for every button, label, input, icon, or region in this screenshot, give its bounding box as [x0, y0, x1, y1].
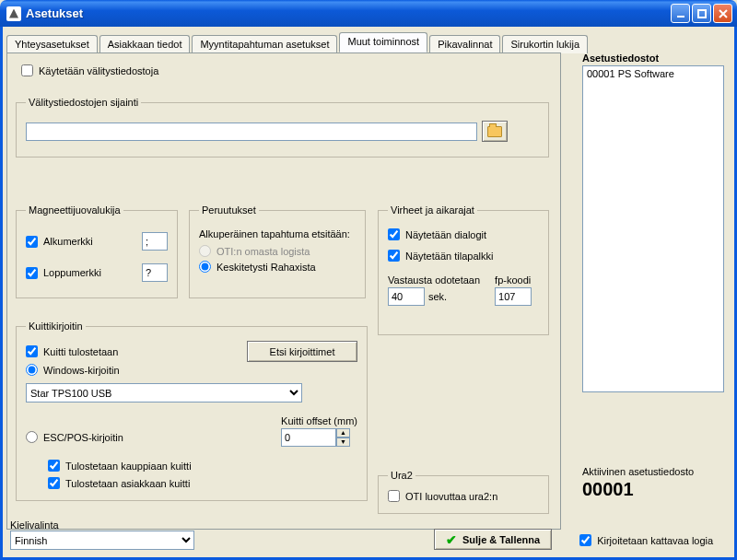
settings-files-list[interactable]: 00001 PS Software: [582, 65, 724, 392]
merchant-copy-checkbox[interactable]: Tulostetaan kauppiaan kuitti: [48, 460, 192, 472]
ura2-checkbox[interactable]: OTI luovuttaa ura2:n: [388, 490, 497, 502]
write-log-checkbox[interactable]: Kirjoitetaan kattavaa logia: [579, 534, 713, 546]
temp-files-legend: Välitystiedostojen sijainti: [26, 97, 141, 108]
end-char-label: Loppumerkki: [43, 267, 101, 278]
wait-unit: sek.: [428, 291, 447, 302]
cancellations-legend: Peruutukset: [199, 204, 259, 216]
minimize-button[interactable]: [671, 4, 690, 23]
language-select[interactable]: Finnish: [10, 531, 194, 550]
svg-rect-0: [677, 16, 684, 18]
use-temp-files-label: Käytetään välitystiedostoja: [39, 65, 158, 76]
mag-reader-group: Magneettijuovalukija Alkumerkki Loppumer…: [16, 204, 178, 298]
errors-group: Virheet ja aikarajat Näytetään dialogit …: [378, 204, 549, 335]
temp-files-path-input[interactable]: [26, 122, 477, 141]
bottom-bar: Kielivalinta Finnish ✔ Sulje & Tallenna …: [10, 519, 725, 550]
svg-rect-1: [698, 10, 706, 18]
ura2-legend: Ura2: [388, 470, 415, 481]
cancellations-intro: Alkuperäinen tapahtuma etsitään:: [199, 228, 356, 239]
show-dialogs-label: Näytetään dialogit: [405, 229, 486, 240]
tab-pikavalinnat[interactable]: Pikavalinnat: [429, 35, 500, 53]
ura2-label: OTI luovuttaa ura2:n: [405, 491, 497, 502]
show-statusbars-label: Näytetään tilapalkki: [405, 251, 493, 262]
customer-copy-checkbox[interactable]: Tulostetaan asiakkaan kuitti: [48, 477, 190, 489]
start-char-input[interactable]: [142, 232, 168, 251]
close-button[interactable]: [713, 4, 732, 23]
receipt-group: Kuittikirjoitin Kuitti tulostetaan Etsi …: [16, 321, 368, 501]
fp-input[interactable]: [495, 287, 532, 306]
print-receipt-label: Kuitti tulostetaan: [43, 346, 118, 357]
ura2-group: Ura2 OTI luovuttaa ura2:n: [378, 470, 549, 514]
offset-up[interactable]: ▲: [336, 428, 350, 438]
wait-input[interactable]: [388, 287, 425, 306]
start-char-label: Alkumerkki: [43, 236, 93, 247]
settings-files-heading: Asetustiedostot: [582, 52, 724, 64]
tab-bar: Yhteysasetukset Asiakkaan tiedot Myyntit…: [6, 32, 731, 52]
cancel-opt-rahaxi-label: Keskitetysti Rahaxista: [216, 262, 316, 273]
window-title: Asetukset: [26, 6, 83, 20]
cancel-opt-oti: OTI:n omasta logista: [199, 245, 356, 257]
tab-panel: Käytetään välitystiedostoja Välitystiedo…: [6, 52, 561, 530]
wait-label: Vastausta odotetaan: [388, 274, 480, 286]
tab-asiakkaan-tiedot[interactable]: Asiakkaan tiedot: [99, 35, 191, 53]
app-icon: [6, 6, 21, 21]
show-statusbars-checkbox[interactable]: Näytetään tilapalkki: [388, 250, 493, 262]
show-dialogs-checkbox[interactable]: Näytetään dialogit: [388, 228, 486, 240]
cancel-opt-oti-label: OTI:n omasta logista: [216, 246, 310, 257]
offset-down[interactable]: ▼: [336, 438, 350, 447]
tab-muut-toiminnot[interactable]: Muut toiminnost: [339, 32, 427, 52]
start-char-checkbox[interactable]: Alkumerkki: [26, 236, 93, 248]
print-receipt-checkbox[interactable]: Kuitti tulostetaan: [26, 345, 118, 357]
tab-sirukortin-lukija[interactable]: Sirukortin lukija: [502, 35, 588, 53]
titlebar: Asetukset: [0, 0, 737, 27]
printer-opt-windows-label: Windows-kirjoitin: [43, 365, 120, 376]
cancel-opt-rahaxi[interactable]: Keskitetysti Rahaxista: [199, 261, 356, 273]
fp-label: fp-koodi: [495, 274, 532, 286]
merchant-copy-label: Tulostetaan kauppiaan kuitti: [65, 461, 192, 472]
offset-input[interactable]: [281, 428, 336, 447]
save-close-button[interactable]: ✔ Sulje & Tallenna: [434, 529, 552, 550]
tab-yhteysasetukset[interactable]: Yhteysasetukset: [6, 35, 98, 53]
check-icon: ✔: [446, 532, 457, 547]
end-char-checkbox[interactable]: Loppumerkki: [26, 267, 101, 279]
receipt-legend: Kuittikirjoitin: [26, 321, 86, 332]
cancellations-group: Peruutukset Alkuperäinen tapahtuma etsit…: [189, 204, 366, 298]
offset-spinner[interactable]: ▲ ▼: [281, 428, 350, 447]
printer-opt-windows[interactable]: Windows-kirjoitin: [26, 364, 357, 376]
customer-copy-label: Tulostetaan asiakkaan kuitti: [65, 478, 190, 489]
browse-button[interactable]: [482, 121, 508, 142]
find-printers-button[interactable]: Etsi kirjoittimet: [247, 341, 357, 362]
list-item[interactable]: 00001 PS Software: [587, 68, 719, 79]
save-close-label: Sulje & Tallenna: [462, 534, 540, 545]
temp-files-group: Välitystiedostojen sijainti: [16, 97, 549, 158]
errors-legend: Virheet ja aikarajat: [388, 204, 477, 216]
printer-opt-escpos-label: ESC/POS-kirjoitin: [43, 432, 123, 443]
active-settings-label: Aktiivinen asetustiedosto: [582, 466, 724, 477]
printer-select[interactable]: Star TPS100 USB: [26, 383, 302, 402]
end-char-input[interactable]: [142, 263, 168, 282]
language-label: Kielivalinta: [10, 519, 204, 531]
client-area: Yhteysasetukset Asiakkaan tiedot Myyntit…: [0, 27, 737, 560]
folder-icon: [487, 126, 502, 137]
maximize-button[interactable]: [692, 4, 711, 23]
tab-myyntitapahtuman[interactable]: Myyntitapahtuman asetukset: [192, 35, 337, 53]
offset-label: Kuitti offset (mm): [281, 415, 357, 426]
use-temp-files-checkbox[interactable]: Käytetään välitystiedostoja: [21, 64, 158, 76]
side-panel: Asetustiedostot 00001 PS Software Aktiiv…: [582, 52, 724, 500]
mag-reader-legend: Magneettijuovalukija: [26, 204, 123, 216]
printer-opt-escpos[interactable]: ESC/POS-kirjoitin: [26, 431, 123, 443]
active-settings-value: 00001: [582, 479, 724, 500]
write-log-label: Kirjoitetaan kattavaa logia: [597, 535, 713, 546]
